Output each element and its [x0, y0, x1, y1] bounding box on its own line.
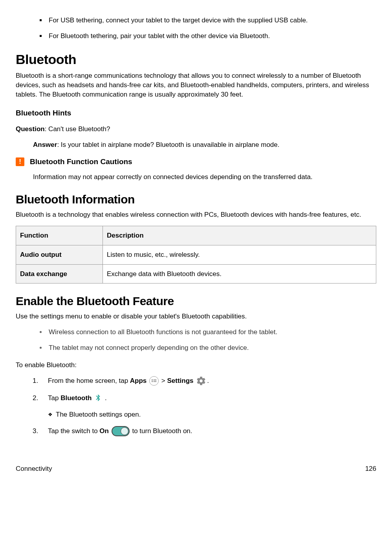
- step1-text-a: From the home screen, tap: [48, 377, 130, 384]
- table-cell-function: Data exchange: [16, 264, 103, 284]
- bluetooth-heading: Bluetooth: [16, 50, 376, 69]
- question-label: Question: [16, 125, 45, 133]
- bluetooth-info-heading: Bluetooth Information: [16, 191, 376, 208]
- caution-icon: !: [16, 157, 24, 166]
- table-row: Audio output Listen to music, etc., wire…: [16, 245, 376, 264]
- answer-text: : Is your tablet in airplane mode? Bluet…: [57, 141, 279, 148]
- settings-icon: [196, 376, 206, 386]
- caution-title: Bluetooth Function Cautions: [30, 157, 132, 167]
- enable-intro: Use the settings menu to enable or disab…: [16, 312, 376, 321]
- toggle-on-icon: [112, 426, 130, 436]
- list-item: Wireless connection to all Bluetooth fun…: [46, 327, 376, 337]
- enable-heading: Enable the Bluetooth Feature: [16, 293, 376, 309]
- to-enable-label: To enable Bluetooth:: [16, 360, 376, 370]
- tethering-list: For USB tethering, connect your tablet t…: [16, 16, 376, 41]
- table-header-description: Description: [103, 226, 376, 245]
- bluetooth-hints-heading: Bluetooth Hints: [16, 108, 376, 119]
- enable-notes-list: Wireless connection to all Bluetooth fun…: [16, 327, 376, 353]
- table-cell-description: Listen to music, etc., wirelessly.: [103, 245, 376, 264]
- bluetooth-label: Bluetooth: [60, 394, 92, 402]
- apps-label: Apps: [130, 377, 147, 384]
- bluetooth-info-intro: Bluetooth is a technology that enables w…: [16, 210, 376, 220]
- step1-gt: >: [159, 377, 167, 384]
- answer-line: Answer: Is your tablet in airplane mode?…: [16, 140, 376, 150]
- bluetooth-info-table: Function Description Audio output Listen…: [16, 226, 376, 284]
- list-item: For Bluetooth tethering, pair your table…: [46, 31, 376, 41]
- table-header-function: Function: [16, 226, 103, 245]
- answer-label: Answer: [33, 141, 57, 148]
- table-row: Data exchange Exchange data with Bluetoo…: [16, 264, 376, 284]
- step-1: From the home screen, tap Apps > Setting…: [40, 376, 376, 386]
- on-label: On: [99, 427, 109, 435]
- question-line: Question: Can't use Bluetooth?: [16, 124, 376, 134]
- page-footer: Connectivity 126: [16, 464, 376, 474]
- footer-page-number: 126: [365, 464, 376, 474]
- bluetooth-icon: [94, 393, 102, 402]
- step-3: Tap the switch to On to turn Bluetooth o…: [40, 426, 376, 437]
- table-cell-function: Audio output: [16, 245, 103, 264]
- step3-end: to turn Bluetooth on.: [130, 427, 192, 435]
- step1-end: .: [207, 377, 209, 384]
- step3-text-a: Tap the switch to: [48, 427, 99, 435]
- question-text: : Can't use Bluetooth?: [45, 125, 110, 133]
- step2-sub: The Bluetooth settings open.: [48, 410, 376, 419]
- list-item: The tablet may not connect properly depe…: [46, 343, 376, 353]
- bluetooth-intro: Bluetooth is a short-range communication…: [16, 71, 376, 99]
- enable-steps: From the home screen, tap Apps > Setting…: [16, 376, 376, 437]
- apps-icon: [149, 376, 159, 386]
- caution-text: Information may not appear correctly on …: [16, 172, 376, 182]
- footer-section: Connectivity: [16, 464, 52, 474]
- table-cell-description: Exchange data with Bluetooth devices.: [103, 264, 376, 284]
- step2-end: .: [103, 394, 106, 402]
- step2-text-a: Tap: [48, 394, 60, 402]
- settings-label: Settings: [167, 377, 193, 384]
- list-item: For USB tethering, connect your tablet t…: [46, 16, 376, 25]
- step-2: Tap Bluetooth . The Bluetooth settings o…: [40, 393, 376, 419]
- caution-heading-block: ! Bluetooth Function Cautions: [16, 157, 376, 167]
